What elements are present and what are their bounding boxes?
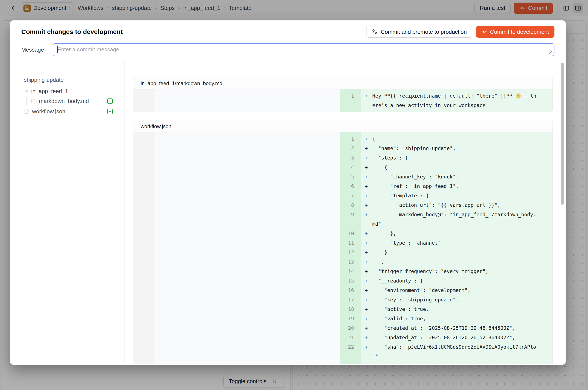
diff-line-number: 19 [133,314,361,323]
scrollbar-thumb[interactable] [561,63,564,205]
diff-line: 20+ "created_at": "2025-08-25T19:29:46.6… [133,323,552,333]
diff-line-code: + } [361,361,552,364]
diff-line: 5+ "channel_key": "knock", [133,172,552,182]
diff-file-name: workflow.json [133,120,552,132]
diff-added-sign: + [361,153,372,162]
diff-line-text: "markdown_body@": "in_app_feed_1/markdow… [372,210,552,229]
diff-line: 22+ "sha": "pJeLVir6xIlUCMGqs9qroZoUAVDS… [133,342,552,361]
diff-added-sign: + [361,314,372,323]
diff-line-number: 1 [133,134,361,144]
diff-added-sign: + [361,191,372,200]
commit-and-promote-button[interactable]: Commit and promote to production [366,26,472,38]
diff-line-number: 3 [133,153,361,162]
diff-line-number: 14 [133,267,361,276]
diff-line-text: "action_url": "{{ vars.app_url }}", [372,200,552,210]
commit-modal: Commit changes to development Commit and… [10,20,566,365]
diff-added-sign: + [361,304,372,314]
diff-line-code: + "created_at": "2025-08-25T19:29:46.644… [361,323,552,333]
diff-line-text: "template": { [372,191,552,200]
diff-line-number: 11 [133,238,361,248]
diff-added-sign: + [361,257,372,267]
diff-added-sign: + [361,172,372,182]
diff-line-text: } [372,361,552,364]
diff-line-text: "channel_key": "knock", [372,172,552,182]
diff-line: 19+ "valid": true, [133,314,552,323]
diff-added-sign: + [361,162,372,172]
diff-body: 1+Hey **{{ recipient.name | default: "th… [133,90,552,112]
diff-added-sign: + [361,229,372,238]
diff-line: 13+ ], [133,257,552,267]
diff-line: 10+ }, [133,229,552,238]
chevron-down-icon [24,89,29,94]
diff-line: 23+ } [133,361,552,364]
diff-line-code: + "steps": [ [361,153,552,162]
commit-modal-header: Commit changes to development Commit and… [10,20,566,60]
diff-line: 2+ "name": "shipping-update", [133,144,552,153]
diff-line-code: + "ref": "in_app_feed_1", [361,182,552,191]
commit-actions: Commit and promote to production Commit … [366,26,554,38]
diff-line-text: "__readonly": { [372,276,552,286]
diff-added-sign: + [361,210,372,229]
commit-message-input[interactable] [53,43,554,56]
diff-added-sign: + [361,267,372,276]
diff-line: 7+ "template": { [133,191,552,200]
diff-added-sign: + [361,248,372,257]
diff-line-text: ], [372,257,552,267]
diff-line-code: + "valid": true, [361,314,552,323]
diff-line-code: + ], [361,257,552,267]
diff-line-text: { [372,134,552,144]
diff-line: 6+ "ref": "in_app_feed_1", [133,182,552,191]
diff-line: 8+ "action_url": "{{ vars.app_url }}", [133,200,552,210]
diff-line-text: }, [372,229,552,238]
diff-line: 18+ "active": true, [133,304,552,314]
tree-group-label: in_app_feed_1 [31,88,68,95]
diff-line: 16+ "environment": "development", [133,286,552,295]
diff-line-number: 16 [133,286,361,295]
diff-line-text: "updated_at": "2025-08-26T20:26:52.36400… [372,333,552,342]
diff-line-text: "key": "shipping-update", [372,295,552,304]
diff-line-code: + } [361,248,552,257]
diff-added-sign: + [361,276,372,286]
diff-line: 14+ "trigger_frequency": "every_trigger"… [133,267,552,276]
commit-to-development-button[interactable]: Commit to development [476,26,554,38]
diff-line-code: + "active": true, [361,304,552,314]
diff-body: 1+{2+ "name": "shipping-update",3+ "step… [133,132,552,364]
diff-line: 3+ "steps": [ [133,153,552,162]
diff-line-number: 21 [133,333,361,342]
diff-added-sign: + [361,134,372,144]
diff-line-number: 23 [133,361,361,364]
diff-added-sign: + [361,144,372,153]
diff-line-number: 18 [133,304,361,314]
diff-line-number: 1 [133,91,361,110]
diff-line: 21+ "updated_at": "2025-08-26T20:26:52.3… [133,333,552,342]
commit-node-icon [481,29,487,35]
message-label: Message [21,47,53,53]
diff-line-number: 12 [133,248,361,257]
modal-title: Commit changes to development [21,28,123,36]
diff-line-code: + "markdown_body@": "in_app_feed_1/markd… [361,210,552,229]
diff-line-text: "active": true, [372,304,552,314]
diff-line-text: "environment": "development", [372,286,552,295]
diff-line-text: "ref": "in_app_feed_1", [372,182,552,191]
diff-line-code: + "channel_key": "knock", [361,172,552,182]
commit-to-development-label: Commit to development [490,29,549,35]
diff-added-sign: + [361,182,372,191]
tree-group-in-app-feed[interactable]: in_app_feed_1 [24,86,124,96]
diff-line-number: 10 [133,229,361,238]
commit-modal-body: shipping-update in_app_feed_1 markdown_b… [10,60,566,364]
diff-line-number: 17 [133,295,361,304]
diff-line-text: { [372,162,552,172]
diff-line: 15+ "__readonly": { [133,276,552,286]
tree-file-label: markdown_body.md [39,98,89,104]
diff-line-code: + "environment": "development", [361,286,552,295]
diff-line-number: 15 [133,276,361,286]
changed-files-tree: shipping-update in_app_feed_1 markdown_b… [10,60,125,364]
diff-line-text: "type": "channel" [372,238,552,248]
diff-line-text: "steps": [ [372,153,552,162]
diff-line-code: + { [361,162,552,172]
commit-and-promote-label: Commit and promote to production [381,29,467,35]
git-branch-promote-icon [372,29,378,35]
tree-file-workflow-json[interactable]: workflow.json [24,106,124,116]
diff-line-number: 5 [133,172,361,182]
tree-file-markdown-body[interactable]: markdown_body.md [31,96,124,106]
